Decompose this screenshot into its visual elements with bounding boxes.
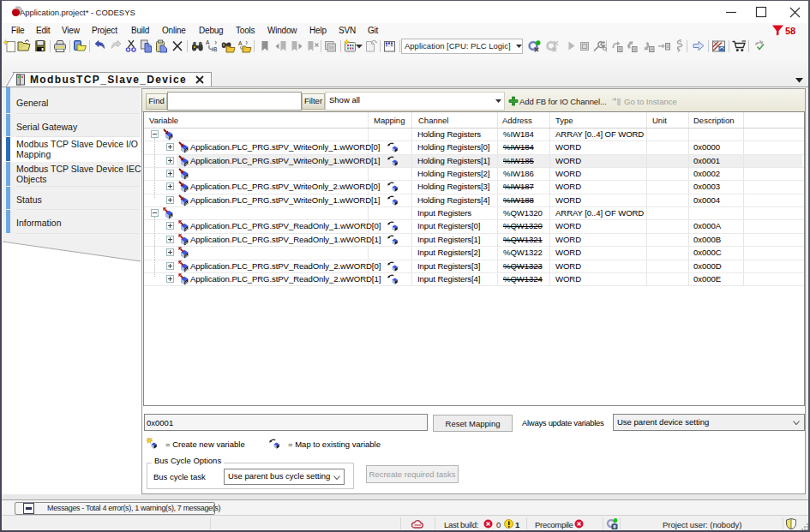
svg-text:A: A xyxy=(206,39,210,45)
svg-text:A: A xyxy=(238,40,243,46)
svg-text:58: 58 xyxy=(785,26,795,36)
